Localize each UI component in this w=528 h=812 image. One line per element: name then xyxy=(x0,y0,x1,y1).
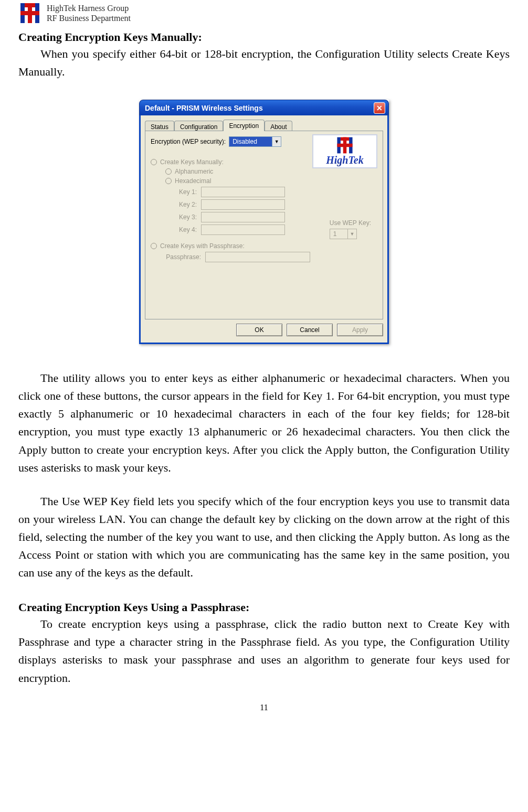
key1-input[interactable] xyxy=(201,187,285,197)
section-heading-passphrase: Creating Encryption Keys Using a Passphr… xyxy=(18,601,510,614)
hightek-badge-logo-icon xyxy=(335,136,355,154)
chevron-down-icon[interactable]: ▼ xyxy=(272,137,281,146)
header-text: HighTek Harness Group RF Business Depart… xyxy=(47,3,131,23)
paragraph-4: To create encryption keys using a passph… xyxy=(18,615,510,687)
page-number: 11 xyxy=(18,703,510,712)
svg-rect-9 xyxy=(343,137,346,154)
tab-panel-encryption: Encryption (WEP security): Disabled ▼ xyxy=(145,131,383,319)
key2-input[interactable] xyxy=(201,199,285,210)
apply-button[interactable]: Apply xyxy=(337,324,383,336)
create-manually-label: Create Keys Manually: xyxy=(160,158,224,166)
wep-combobox[interactable]: Disabled ▼ xyxy=(229,136,281,147)
key2-label: Key 2: xyxy=(174,201,197,208)
paragraph-1: When you specify either 64-bit or 128-bi… xyxy=(18,45,510,81)
radio-hexadecimal[interactable] xyxy=(165,178,172,184)
passphrase-label: Passphrase: xyxy=(161,253,201,261)
key4-label: Key 4: xyxy=(174,226,197,233)
close-icon[interactable]: ✕ xyxy=(374,102,385,114)
tab-encryption[interactable]: Encryption xyxy=(223,120,265,131)
radio-create-manually[interactable] xyxy=(151,159,157,165)
use-wep-value: 1 xyxy=(330,230,347,238)
key3-label: Key 3: xyxy=(174,213,197,221)
hexadecimal-label: Hexadecimal xyxy=(175,177,211,185)
key1-label: Key 1: xyxy=(174,188,197,196)
tab-row: Status Configuration Encryption About xyxy=(145,120,383,131)
key4-input[interactable] xyxy=(201,225,285,235)
hightek-badge: HighTek xyxy=(312,134,377,168)
use-wep-combobox[interactable]: 1 ▼ xyxy=(330,229,357,239)
section-heading-manual: Creating Encryption Keys Manually: xyxy=(18,30,510,44)
ok-button[interactable]: OK xyxy=(236,324,282,336)
dialog-title: Default - PRISM Wireless Settings xyxy=(145,104,263,112)
radio-create-passphrase[interactable] xyxy=(151,243,157,249)
create-passphrase-label: Create Keys with Passphrase: xyxy=(160,242,245,250)
wep-label: Encryption (WEP security): xyxy=(151,138,226,145)
paragraph-2: The utility allows you to enter keys as … xyxy=(18,369,510,477)
prism-dialog: Default - PRISM Wireless Settings ✕ Stat… xyxy=(139,100,389,344)
header-line-2: RF Business Department xyxy=(47,13,131,23)
page-header: HighTek Harness Group RF Business Depart… xyxy=(18,0,510,27)
alphanumeric-label: Alphanumeric xyxy=(175,168,213,175)
svg-rect-4 xyxy=(28,3,32,23)
chevron-down-icon[interactable]: ▼ xyxy=(347,229,356,239)
use-wep-label: Use WEP Key: xyxy=(330,219,371,227)
radio-alphanumeric[interactable] xyxy=(165,168,172,175)
hightek-badge-text: HighTek xyxy=(313,154,376,166)
header-line-1: HighTek Harness Group xyxy=(47,3,131,13)
passphrase-input[interactable] xyxy=(205,252,310,262)
cancel-button[interactable]: Cancel xyxy=(287,324,333,336)
dialog-titlebar[interactable]: Default - PRISM Wireless Settings ✕ xyxy=(139,100,389,115)
key3-input[interactable] xyxy=(201,212,285,222)
hightek-logo-icon xyxy=(18,2,41,24)
paragraph-3: The Use WEP Key field lets you specify w… xyxy=(18,493,510,582)
wep-selected-value: Disabled xyxy=(229,137,272,146)
